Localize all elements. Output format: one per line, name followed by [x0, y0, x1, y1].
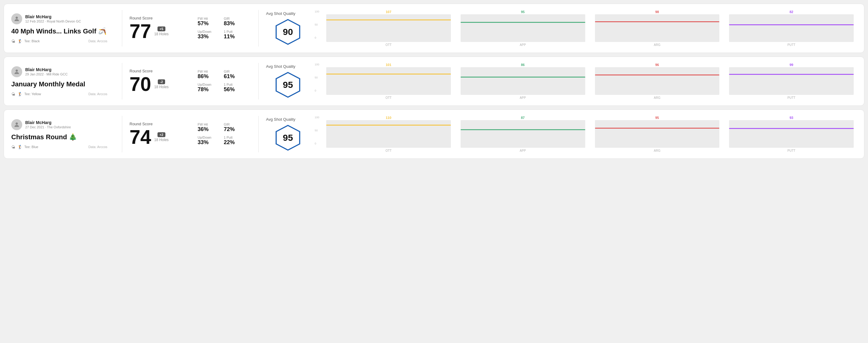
updown-value: 33%: [197, 139, 218, 146]
hexagon: 95: [274, 124, 302, 151]
player-section: Blair McHarg 27 Dec 2021 · The Oxfordshi…: [11, 119, 115, 149]
player-footer: 🌤 🏌 Tee: Yellow Data: Arccos: [11, 92, 107, 96]
wind-icon: 🏌: [18, 92, 23, 96]
updown-value: 78%: [197, 86, 218, 93]
score-number: 70: [129, 74, 151, 94]
gir-label: GIR: [224, 123, 244, 126]
gir-label: GIR: [224, 70, 244, 73]
chart-bar-value: 98: [655, 10, 659, 14]
weather-icon: 🌤: [11, 145, 15, 149]
bar-line: [595, 21, 720, 22]
player-header: Blair McHarg 27 Dec 2021 · The Oxfordshi…: [11, 119, 107, 130]
oneputt-label: 1 Putt: [224, 136, 244, 139]
hexagon-container: 95: [266, 124, 310, 151]
tee-info: 🌤 🏌 Tee: Yellow: [11, 92, 41, 96]
player-info: Blair McHarg 29 Jan 2022 · Mill Ride GCC: [25, 67, 67, 76]
chart-column: 87 APP: [461, 116, 585, 152]
chart-column: 98 ARG: [595, 10, 720, 46]
player-header: Blair McHarg 12 Feb 2022 · Royal North D…: [11, 13, 107, 24]
updown-label: Up/Down: [197, 136, 218, 139]
score-diff-badge: +5: [157, 27, 166, 31]
hexagon-score: 90: [283, 27, 293, 37]
divider-2: [258, 116, 259, 152]
divider: [122, 116, 122, 152]
chart-bar-value: 95: [655, 116, 659, 120]
chart-axis-label: ARG: [654, 43, 661, 46]
svg-point-2: [16, 69, 18, 71]
chart-axis-label: OTT: [385, 149, 392, 152]
hexagon: 95: [274, 71, 302, 98]
score-section: Round Score 74 +2 18 Holes: [129, 122, 190, 147]
y-labels: 100 50 0: [315, 63, 319, 92]
chart-column: 101 OTT: [326, 63, 451, 99]
score-section: Round Score 70 -2 18 Holes: [129, 69, 190, 94]
chart-axis-label: ARG: [654, 149, 661, 152]
bar-chart: 110 OTT 87 APP 95 ARG: [323, 116, 857, 152]
oneputt-value: 11%: [224, 33, 244, 40]
chart-section: 100 50 0 107 OTT 95 APP: [315, 10, 857, 46]
score-badge: -2 18 Holes: [154, 80, 168, 89]
holes-text: 18 Holes: [154, 32, 168, 36]
fw-hit-stat: FW Hit 57%: [197, 17, 218, 27]
chart-column: 86 APP: [461, 63, 585, 99]
divider: [122, 63, 122, 99]
quality-label: Avg Shot Quality: [266, 64, 310, 69]
stats-grid: FW Hit 86% GIR 61% Up/Down 78% 1 Putt 56…: [197, 70, 244, 93]
oneputt-stat: 1 Putt 56%: [224, 83, 244, 93]
gir-stat: GIR 83%: [224, 17, 244, 27]
chart-bar-value: 95: [521, 10, 525, 14]
player-name: Blair McHarg: [25, 14, 81, 19]
bar-line: [729, 128, 854, 129]
chart-bar-wrapper: [729, 120, 854, 148]
tee-label: Tee: Black: [24, 39, 40, 43]
bar-line: [326, 20, 451, 20]
tee-label: Tee: Yellow: [24, 92, 41, 96]
chart-bar-value: 99: [789, 63, 793, 67]
avatar: [11, 119, 22, 130]
hexagon-score: 95: [283, 132, 293, 143]
gir-stat: GIR 61%: [224, 70, 244, 80]
chart-column: 107 OTT: [326, 10, 451, 46]
player-meta: 29 Jan 2022 · Mill Ride GCC: [25, 72, 67, 76]
updown-value: 33%: [197, 33, 218, 40]
chart-bar-value: 110: [386, 116, 391, 120]
chart-bar-value: 107: [386, 10, 391, 14]
y-labels: 100 50 0: [315, 10, 319, 39]
divider-2: [258, 63, 259, 99]
player-name: Blair McHarg: [25, 120, 71, 125]
chart-axis-label: ARG: [654, 96, 661, 99]
quality-label: Avg Shot Quality: [266, 11, 310, 16]
chart-section: 100 50 0 101 OTT 86 APP: [315, 63, 857, 99]
score-diff-badge: -2: [158, 80, 165, 84]
tee-info: 🌤 🏌 Tee: Black: [11, 39, 40, 43]
hexagon-container: 95: [266, 71, 310, 98]
stats-section: FW Hit 36% GIR 72% Up/Down 33% 1 Putt 22…: [190, 123, 251, 146]
quality-section: Avg Shot Quality 95: [266, 64, 315, 98]
oneputt-label: 1 Putt: [224, 30, 244, 33]
gir-value: 72%: [224, 126, 244, 132]
chart-axis-label: PUTT: [787, 149, 795, 152]
chart-bar-wrapper: [326, 14, 451, 42]
chart-bar-value: 93: [789, 116, 793, 120]
bar-line: [595, 128, 720, 129]
gir-value: 61%: [224, 73, 244, 80]
quality-section: Avg Shot Quality 95: [266, 117, 315, 151]
round-title: January Monthly Medal: [11, 80, 107, 88]
updown-stat: Up/Down 33%: [197, 136, 218, 146]
tee-label: Tee: Blue: [24, 145, 38, 149]
tee-info: 🌤 🏌 Tee: Blue: [11, 145, 38, 149]
stats-grid: FW Hit 57% GIR 83% Up/Down 33% 1 Putt 11…: [197, 17, 244, 40]
round-card: Blair McHarg 29 Jan 2022 · Mill Ride GCC…: [4, 57, 864, 106]
score-badge: +5 18 Holes: [154, 27, 168, 36]
chart-axis-label: APP: [520, 96, 526, 99]
data-source: Data: Arccos: [89, 39, 107, 43]
wind-icon: 🏌: [18, 39, 23, 43]
chart-bar-value: 96: [655, 63, 659, 67]
chart-bar-value: 101: [386, 63, 391, 67]
player-section: Blair McHarg 29 Jan 2022 · Mill Ride GCC…: [11, 66, 115, 96]
chart-bar-wrapper: [461, 14, 585, 42]
chart-outer: 100 50 0 107 OTT 95 APP: [315, 10, 857, 46]
chart-column: 95 APP: [461, 10, 585, 46]
player-info: Blair McHarg 12 Feb 2022 · Royal North D…: [25, 14, 81, 23]
round-card: Blair McHarg 12 Feb 2022 · Royal North D…: [4, 4, 864, 53]
